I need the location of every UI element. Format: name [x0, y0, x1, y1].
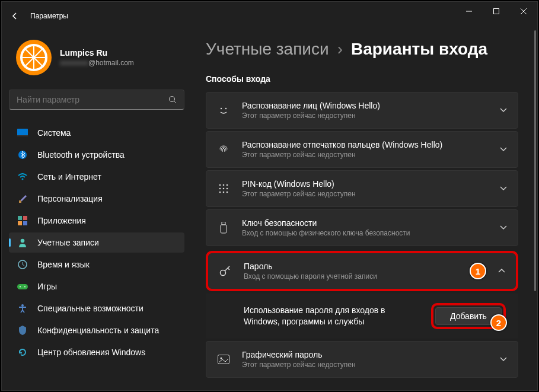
sub-option-text: Использование пароля для входов в Window…	[244, 305, 422, 327]
maximize-button[interactable]	[483, 2, 510, 21]
svg-rect-13	[18, 221, 22, 225]
svg-rect-7	[17, 135, 28, 136]
sidebar-item-label: Учетные записи	[37, 238, 99, 247]
search-input[interactable]	[17, 95, 168, 104]
sidebar-item-time-language[interactable]: Время и язык	[9, 254, 184, 275]
svg-rect-19	[17, 284, 28, 289]
svg-point-29	[223, 188, 225, 190]
svg-point-32	[223, 192, 225, 193]
face-icon	[217, 104, 230, 117]
back-button[interactable]	[9, 10, 21, 22]
svg-rect-11	[18, 216, 22, 220]
option-sub: Вход с помощью пароля учетной записи	[244, 272, 454, 281]
chevron-down-icon	[500, 147, 507, 152]
breadcrumb: Учетные записи › Варианты входа	[206, 40, 518, 59]
option-title: Пароль	[244, 262, 454, 271]
sidebar: Lumpics Ru xxxxxxxx@hotmail.com Система …	[2, 30, 192, 390]
breadcrumb-root[interactable]: Учетные записи	[206, 40, 329, 59]
close-button[interactable]	[510, 2, 537, 21]
option-title: Ключ безопасности	[242, 218, 488, 228]
svg-point-23	[221, 108, 222, 109]
user-section[interactable]: Lumpics Ru xxxxxxxx@hotmail.com	[9, 30, 184, 90]
key-icon	[219, 264, 232, 278]
svg-point-4	[170, 97, 175, 102]
image-icon	[217, 353, 230, 366]
option-sub: Этот параметр сейчас недоступен	[242, 361, 488, 369]
wifi-icon	[17, 172, 28, 181]
sidebar-item-privacy[interactable]: Конфиденциальность и защита	[9, 320, 184, 340]
chevron-right-icon: ›	[337, 40, 343, 59]
option-sub: Этот параметр сейчас недоступен	[242, 111, 488, 120]
search-box[interactable]	[9, 90, 184, 110]
chevron-down-icon	[500, 357, 507, 362]
section-title: Способы входа	[206, 74, 518, 84]
chevron-down-icon	[500, 225, 507, 230]
add-button-highlight: Добавить 2	[431, 303, 506, 329]
svg-line-5	[174, 101, 177, 104]
sidebar-item-personalization[interactable]: Персонализация	[9, 189, 184, 209]
svg-point-15	[21, 239, 25, 243]
svg-point-25	[219, 184, 221, 186]
svg-point-21	[24, 286, 25, 288]
breadcrumb-current: Варианты входа	[351, 40, 487, 59]
main-content: Учетные записи › Варианты входа Способы …	[192, 30, 537, 390]
option-face-recognition[interactable]: Распознавание лиц (Windows Hello)Этот па…	[206, 92, 518, 129]
sidebar-item-accessibility[interactable]: Специальные возможности	[9, 298, 184, 318]
svg-point-26	[223, 184, 225, 186]
sidebar-item-label: Игры	[37, 282, 57, 291]
sidebar-item-gaming[interactable]: Игры	[9, 276, 184, 297]
sidebar-item-apps[interactable]: Приложения	[9, 211, 184, 231]
clock-icon	[17, 260, 28, 269]
sidebar-item-bluetooth[interactable]: Bluetooth и устройства	[9, 145, 184, 165]
search-icon	[168, 95, 177, 104]
fingerprint-icon	[217, 143, 230, 156]
chevron-up-icon	[498, 269, 505, 273]
sidebar-item-system[interactable]: Система	[9, 123, 184, 143]
svg-point-24	[225, 108, 227, 109]
svg-line-38	[228, 268, 229, 270]
sidebar-item-accounts[interactable]: Учетные записи	[9, 232, 184, 253]
gamepad-icon	[17, 282, 28, 291]
paintbrush-icon	[17, 194, 28, 203]
option-pin[interactable]: PIN-код (Windows Hello)Этот параметр сей…	[206, 170, 518, 207]
user-name: Lumpics Ru	[60, 48, 134, 58]
option-picture-password[interactable]: Графический парольЭтот параметр сейчас н…	[206, 341, 518, 378]
usb-key-icon	[217, 221, 230, 234]
svg-point-30	[227, 188, 228, 190]
svg-rect-6	[17, 129, 28, 136]
option-sub: Этот параметр сейчас недоступен	[242, 151, 488, 159]
display-icon	[17, 128, 28, 138]
avatar	[16, 40, 52, 75]
sidebar-item-label: Центр обновления Windows	[37, 348, 145, 357]
sidebar-item-network[interactable]: Сеть и Интернет	[9, 167, 184, 187]
svg-rect-10	[19, 200, 21, 203]
svg-rect-34	[222, 222, 225, 225]
shield-icon	[17, 326, 28, 335]
sidebar-item-label: Время и язык	[37, 260, 90, 269]
window-title: Параметры	[30, 12, 68, 20]
password-sub-option: Использование пароля для входов в Window…	[206, 294, 518, 339]
sidebar-item-label: Система	[37, 128, 71, 138]
svg-point-31	[219, 192, 221, 193]
sidebar-item-update[interactable]: Центр обновления Windows	[9, 342, 184, 362]
svg-rect-14	[23, 221, 27, 225]
sidebar-item-label: Персонализация	[37, 194, 103, 203]
callout-2: 2	[490, 314, 507, 331]
option-security-key[interactable]: Ключ безопасностиВход с помощью физическ…	[206, 209, 518, 246]
chevron-down-icon	[500, 186, 507, 191]
option-title: Графический пароль	[242, 350, 488, 359]
bluetooth-icon	[17, 150, 28, 160]
minimize-button[interactable]	[455, 2, 483, 21]
svg-point-33	[227, 192, 228, 193]
option-fingerprint[interactable]: Распознавание отпечатков пальцев (Window…	[206, 131, 518, 168]
sidebar-item-label: Конфиденциальность и защита	[37, 326, 159, 335]
option-password[interactable]: ПарольВход с помощью пароля учетной запи…	[206, 251, 518, 291]
scrollbar[interactable]	[534, 30, 536, 389]
callout-1: 1	[470, 263, 486, 279]
option-sub: Вход с помощью физического ключа безопас…	[242, 229, 488, 237]
sidebar-item-label: Сеть и Интернет	[37, 172, 101, 181]
option-sub: Этот параметр сейчас недоступен	[242, 190, 488, 198]
svg-rect-35	[221, 225, 227, 233]
apps-icon	[17, 216, 28, 225]
person-icon	[17, 238, 28, 247]
